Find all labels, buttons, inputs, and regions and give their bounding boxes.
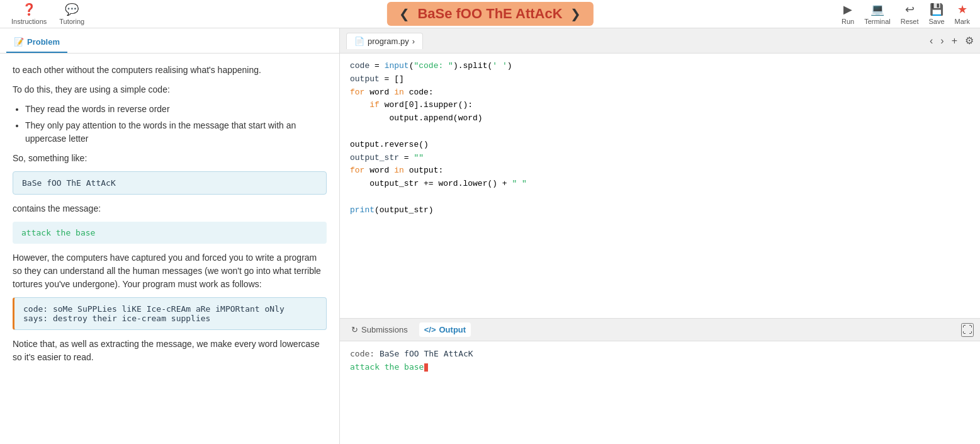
code-line-6 bbox=[350, 125, 970, 139]
input-line2: says: destroy their ice-cream supplies bbox=[23, 314, 317, 323]
code-line-9: for word in output: bbox=[350, 164, 970, 178]
instructions-icon: ❓ bbox=[22, 3, 36, 16]
para6: Notice that, as well as extracting the m… bbox=[13, 338, 327, 364]
problem-content: to each other without the computers real… bbox=[0, 54, 339, 444]
top-bar-left: ❓ Instructions 💬 Tutoring bbox=[0, 0, 96, 28]
code-line-8: output_str = "" bbox=[350, 152, 970, 165]
left-panel: 📝 Problem to each other without the comp… bbox=[0, 28, 340, 444]
reset-icon: ↩ bbox=[905, 3, 915, 16]
problem-tab-icon: 📝 bbox=[14, 37, 24, 47]
challenge-banner: ❮ BaSe fOO ThE AttAcK ❯ bbox=[386, 2, 593, 26]
input-example-block[interactable]: code: soMe SuPPLies liKE Ice-cREAm aRe i… bbox=[13, 297, 327, 330]
editor-settings-button[interactable]: ⚙ bbox=[965, 35, 974, 47]
reset-label: Reset bbox=[901, 18, 919, 25]
editor-top-bar: 📄 program.py › ‹ › + ⚙ bbox=[340, 28, 980, 54]
save-icon: 💾 bbox=[930, 3, 943, 16]
instructions-nav[interactable]: ❓ Instructions bbox=[6, 0, 52, 28]
output-label: Output bbox=[439, 325, 466, 334]
expand-output-button[interactable]: ⛶ bbox=[961, 323, 974, 337]
save-action[interactable]: 💾 Save bbox=[928, 3, 944, 25]
para4: contains the message: bbox=[13, 202, 327, 215]
top-bar: ❓ Instructions 💬 Tutoring ❮ BaSe fOO ThE… bbox=[0, 0, 980, 28]
submissions-label: Submissions bbox=[361, 325, 408, 334]
output-tab[interactable]: </> Output bbox=[419, 322, 471, 337]
problem-tab-label: Problem bbox=[27, 37, 60, 47]
tab-problem[interactable]: 📝 Problem bbox=[6, 32, 67, 53]
terminal-icon: 💻 bbox=[870, 3, 884, 16]
left-panel-tabs: 📝 Problem bbox=[0, 28, 339, 54]
code-line-3: for word in code: bbox=[350, 86, 970, 100]
challenge-banner-area: ❮ BaSe fOO ThE AttAcK ❯ bbox=[386, 2, 593, 26]
code-description-list: They read the words in reverse order The… bbox=[25, 103, 327, 145]
editor-add-button[interactable]: + bbox=[952, 35, 957, 47]
tutoring-icon: 💬 bbox=[65, 3, 79, 16]
tutoring-nav[interactable]: 💬 Tutoring bbox=[54, 0, 89, 28]
code-line-11 bbox=[350, 191, 970, 204]
output-line-1: code: BaSe fOO ThE AttAcK bbox=[350, 348, 970, 361]
terminal-action[interactable]: 💻 Terminal bbox=[864, 3, 891, 25]
submissions-tab[interactable]: ↻ Submissions bbox=[346, 322, 413, 337]
para5: However, the computers have captured you… bbox=[13, 251, 327, 291]
file-tab[interactable]: 📄 program.py › bbox=[346, 33, 423, 49]
editor-prev-button[interactable]: ‹ bbox=[930, 35, 933, 47]
output-cursor bbox=[424, 363, 428, 372]
input-line1: code: soMe SuPPLies liKE Ice-cREAm aRe i… bbox=[23, 304, 317, 314]
para3: So, something like: bbox=[13, 152, 327, 165]
bullet1: They read the words in reverse order bbox=[25, 103, 327, 116]
editor-controls: ‹ › + ⚙ bbox=[930, 35, 974, 47]
output-line1-label: code: bbox=[350, 349, 375, 358]
challenge-title: BaSe fOO ThE AttAcK bbox=[417, 6, 562, 22]
terminal-label: Terminal bbox=[864, 18, 891, 25]
output-code-icon: </> bbox=[424, 325, 436, 334]
file-icon: 📄 bbox=[354, 37, 364, 46]
editor-next-button[interactable]: › bbox=[940, 35, 943, 47]
submissions-icon: ↻ bbox=[351, 325, 358, 334]
instructions-label: Instructions bbox=[11, 18, 47, 25]
code-line-7: output.reverse() bbox=[350, 139, 970, 152]
code-example-block: BaSe fOO ThE AttAcK bbox=[13, 171, 327, 195]
bullet2: They only pay attention to the words in … bbox=[25, 119, 327, 145]
mark-action[interactable]: ★ Mark bbox=[955, 3, 970, 25]
bottom-tab-group: ↻ Submissions </> Output bbox=[346, 322, 471, 337]
code-line-4: if word[0].isupper(): bbox=[350, 99, 970, 112]
code-line-10: output_str += word.lower() + " " bbox=[350, 178, 970, 191]
mark-label: Mark bbox=[955, 18, 970, 25]
editor-bottom: ↻ Submissions </> Output ⛶ code: BaSe fO… bbox=[340, 318, 980, 444]
code-example-text: BaSe fOO ThE AttAcK bbox=[22, 178, 116, 188]
output-result-text: attack the base bbox=[350, 362, 424, 372]
code-line-5: output.append(word) bbox=[350, 112, 970, 125]
save-label: Save bbox=[928, 18, 944, 25]
next-challenge-button[interactable]: ❯ bbox=[570, 6, 581, 21]
main-layout: 📝 Problem to each other without the comp… bbox=[0, 28, 980, 444]
output-line1-value: BaSe fOO ThE AttAcK bbox=[380, 349, 473, 358]
para2: To do this, they are using a simple code… bbox=[13, 83, 327, 96]
para1: to each other without the computers real… bbox=[13, 64, 327, 77]
run-icon: ▶ bbox=[843, 3, 852, 16]
filename: program.py bbox=[368, 37, 409, 46]
code-line-2: output = [] bbox=[350, 73, 970, 86]
message-example-block: attack the base bbox=[13, 222, 327, 244]
code-line-1: code = input("code: ").split(' ') bbox=[350, 60, 970, 73]
code-editor[interactable]: code = input("code: ").split(' ') output… bbox=[340, 54, 980, 318]
right-panel: 📄 program.py › ‹ › + ⚙ code = input("cod… bbox=[340, 28, 980, 444]
top-bar-right: ▶ Run 💻 Terminal ↩ Reset 💾 Save ★ Mark bbox=[842, 3, 980, 25]
prev-challenge-button[interactable]: ❮ bbox=[399, 6, 410, 21]
tutoring-label: Tutoring bbox=[59, 18, 84, 25]
file-tab-arrow: › bbox=[412, 37, 415, 46]
output-line-2: attack the base bbox=[350, 361, 970, 374]
star-icon: ★ bbox=[957, 3, 967, 16]
message-example-text: attack the base bbox=[21, 228, 95, 237]
run-action[interactable]: ▶ Run bbox=[842, 3, 854, 25]
run-label: Run bbox=[842, 18, 854, 25]
output-content: code: BaSe fOO ThE AttAcK attack the bas… bbox=[340, 341, 980, 444]
code-line-12: print(output_str) bbox=[350, 204, 970, 217]
editor-bottom-tabs: ↻ Submissions </> Output ⛶ bbox=[340, 319, 980, 341]
reset-action[interactable]: ↩ Reset bbox=[901, 3, 919, 25]
